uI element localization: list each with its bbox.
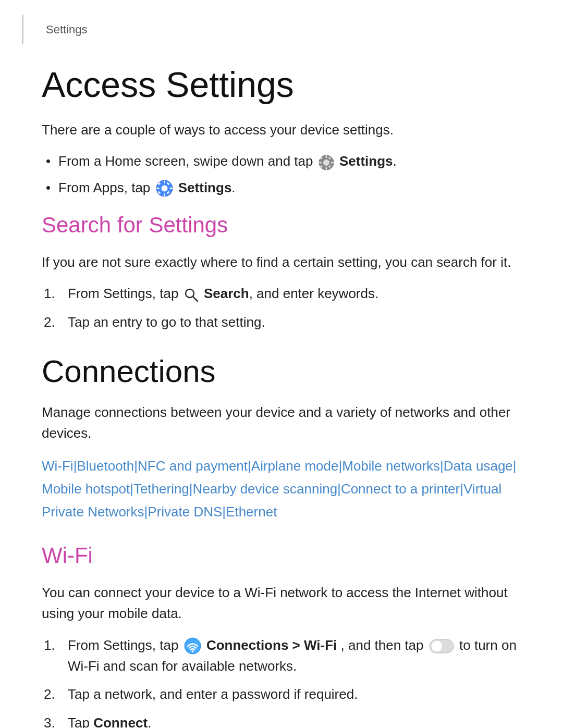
- svg-rect-15: [169, 188, 172, 189]
- svg-rect-2: [325, 155, 327, 158]
- breadcrumb: Settings: [42, 21, 521, 38]
- wifi-intro: You can connect your device to a Wi-Fi n…: [42, 582, 521, 624]
- search-steps-list: From Settings, tap Search, and enter key…: [42, 283, 521, 332]
- link-wifi[interactable]: Wi-Fi: [42, 458, 74, 474]
- bullet1-bold: Settings: [339, 153, 393, 169]
- access-settings-intro: There are a couple of ways to access you…: [42, 119, 521, 140]
- link-mobile-hotspot[interactable]: Mobile hotspot: [42, 481, 130, 497]
- link-vpn[interactable]: Virtual: [463, 481, 501, 497]
- search-settings-intro: If you are not sure exactly where to fin…: [42, 252, 521, 273]
- search-settings-title: Search for Settings: [42, 208, 521, 241]
- wifi-steps-list: From Settings, tap Connections > Wi-Fi ,…: [42, 635, 521, 728]
- bullet2-pre: From Apps, tap: [58, 180, 150, 195]
- wifi-step-1: From Settings, tap Connections > Wi-Fi ,…: [42, 635, 521, 677]
- search-step1-pre: From Settings, tap: [68, 286, 178, 301]
- link-printer[interactable]: Connect to a printer: [341, 481, 460, 497]
- link-airplane[interactable]: Airplane mode: [251, 458, 339, 474]
- search-step-2: Tap an entry to go to that setting.: [42, 312, 521, 332]
- svg-rect-5: [331, 162, 334, 163]
- connections-title: Connections: [42, 353, 521, 389]
- access-settings-list: From a Home screen, swipe down and tap S…: [42, 151, 521, 198]
- link-dns[interactable]: Private DNS: [148, 504, 222, 520]
- link-data-usage[interactable]: Data usage: [444, 458, 513, 474]
- connections-links: Wi-Fi|Bluetooth|NFC and payment|Airplane…: [42, 454, 521, 524]
- blue-settings-icon: [156, 180, 173, 197]
- svg-point-1: [323, 159, 329, 166]
- wifi-step1-pre: From Settings, tap: [68, 637, 178, 653]
- access-settings-title: Access Settings: [42, 64, 521, 105]
- access-bullet-1: From a Home screen, swipe down and tap S…: [42, 151, 521, 171]
- wifi-step1-bold: Connections > Wi-Fi: [206, 637, 337, 653]
- connections-intro: Manage connections between your device a…: [42, 402, 521, 444]
- link-ethernet[interactable]: Ethernet: [226, 504, 277, 520]
- link-nearby[interactable]: Nearby device scanning: [193, 481, 338, 497]
- toggle-icon: [429, 639, 454, 653]
- svg-point-25: [431, 640, 443, 652]
- svg-point-11: [161, 186, 167, 192]
- link-bluetooth[interactable]: Bluetooth: [77, 458, 134, 474]
- svg-rect-3: [325, 167, 327, 170]
- bullet1-pre: From a Home screen, swipe down and tap: [58, 153, 313, 169]
- bullet1-post: .: [393, 153, 397, 169]
- bullet2-bold: Settings: [178, 180, 232, 195]
- search-step-1: From Settings, tap Search, and enter key…: [42, 283, 521, 304]
- svg-rect-4: [319, 162, 322, 163]
- search-icon: [184, 288, 199, 302]
- svg-line-21: [193, 297, 198, 301]
- bullet2-post: .: [231, 180, 235, 195]
- link-mobile-networks[interactable]: Mobile networks: [342, 458, 440, 474]
- wifi-step3-bold: Connect: [93, 715, 148, 728]
- wifi-step-3: Tap Connect.: [42, 712, 521, 728]
- wifi-title: Wi-Fi: [42, 539, 521, 572]
- connections-icon: [184, 637, 201, 655]
- wifi-step3-pre: Tap: [68, 715, 90, 728]
- link-nfc[interactable]: NFC and payment: [138, 458, 248, 474]
- wifi-step-2: Tap a network, and enter a password if r…: [42, 684, 521, 705]
- wifi-step1-mid: , and then tap: [341, 637, 424, 653]
- svg-rect-13: [164, 194, 165, 196]
- page-border-left: [22, 15, 23, 44]
- gear-icon: [319, 155, 334, 170]
- wifi-step3-post: .: [148, 715, 151, 728]
- svg-rect-14: [156, 188, 159, 189]
- svg-point-23: [191, 650, 193, 652]
- search-step1-post: , and enter keywords.: [249, 286, 379, 301]
- link-tethering[interactable]: Tethering: [133, 481, 189, 497]
- access-bullet-2: From Apps, tap Settings.: [42, 177, 521, 198]
- search-step1-bold: Search: [204, 286, 249, 301]
- link-vpn-cont[interactable]: Private Networks: [42, 504, 144, 520]
- svg-rect-12: [164, 181, 165, 183]
